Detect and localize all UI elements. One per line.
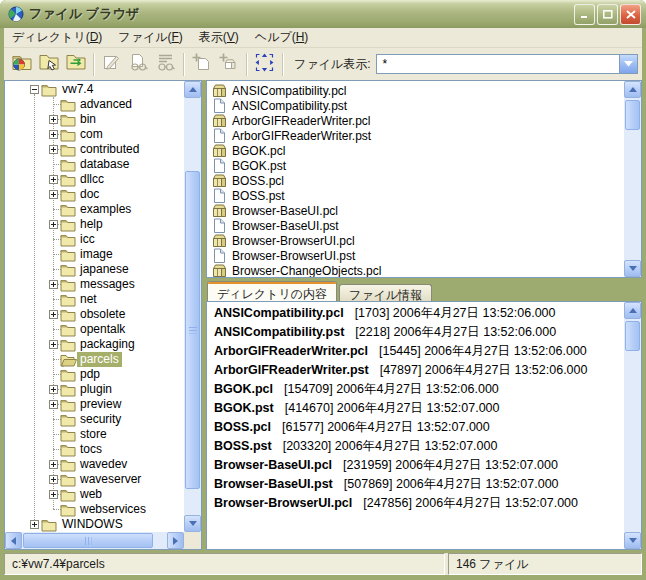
scroll-up-button[interactable] — [624, 81, 641, 98]
directory-entry[interactable]: Browser-BaseUI.pcl[231959] 2006年4月27日 13… — [214, 456, 622, 475]
tree-vertical-scrollbar[interactable] — [184, 81, 201, 532]
directory-entry[interactable]: ANSICompatibility.pcl[1703] 2006年4月27日 1… — [214, 304, 622, 323]
tree-item-contributed[interactable]: contributed — [5, 142, 184, 157]
tree-item-parcels[interactable]: parcels — [5, 352, 184, 367]
expand-plus-icon[interactable] — [49, 220, 58, 229]
directory-entry[interactable]: BOSS.pcl[61577] 2006年4月27日 13:52:07.000 — [214, 418, 622, 437]
menu-view[interactable]: 表示(V) — [191, 27, 247, 48]
file-row[interactable]: Browser-BrowserUI.pcl — [209, 233, 624, 248]
maximize-button[interactable] — [597, 4, 618, 25]
expand-plus-icon[interactable] — [49, 280, 58, 289]
details-scrollbar[interactable] — [624, 302, 641, 549]
tree-item-japanese[interactable]: japanese — [5, 262, 184, 277]
expand-plus-icon[interactable] — [49, 190, 58, 199]
scroll-down-button[interactable] — [624, 532, 641, 549]
menu-file[interactable]: ファイル(F) — [110, 27, 190, 48]
directory-entry[interactable]: ArborGIFReaderWriter.pst[47897] 2006年4月2… — [214, 361, 622, 380]
tree-item-bin[interactable]: bin — [5, 112, 184, 127]
file-row[interactable]: ANSICompatibility.pcl — [209, 83, 624, 98]
collapse-minus-icon[interactable] — [30, 85, 39, 94]
minimize-button[interactable] — [574, 4, 595, 25]
tree-item-waveserver[interactable]: waveserver — [5, 472, 184, 487]
tree-item-pdp[interactable]: pdp — [5, 367, 184, 382]
file-row[interactable]: BGOK.pcl — [209, 143, 624, 158]
tree-item-web[interactable]: web — [5, 487, 184, 502]
go-to-folder-button[interactable] — [35, 51, 62, 77]
file-filter-value[interactable]: * — [377, 57, 619, 71]
tree-item-obsolete[interactable]: obsolete — [5, 307, 184, 322]
tree-item-opentalk[interactable]: opentalk — [5, 322, 184, 337]
expand-plus-icon[interactable] — [49, 400, 58, 409]
tree-item-image[interactable]: image — [5, 247, 184, 262]
scrollbar-thumb[interactable] — [185, 171, 200, 489]
directory-entry[interactable]: BGOK.pst[414670] 2006年4月27日 13:52:07.000 — [214, 399, 622, 418]
expand-plus-icon[interactable] — [49, 340, 58, 349]
file-row[interactable]: BGOK.pst — [209, 158, 624, 173]
tab-directory-contents[interactable]: ディレクトリの内容 — [207, 281, 337, 301]
scroll-up-button[interactable] — [624, 302, 641, 319]
tree-item-windows[interactable]: WINDOWS — [5, 517, 184, 532]
file-row[interactable]: Browser-ChangeObjects.pcl — [209, 263, 624, 277]
tree-item-advanced[interactable]: advanced — [5, 97, 184, 112]
tab-file-info[interactable]: ファイル情報 — [339, 284, 432, 301]
expand-plus-icon[interactable] — [49, 385, 58, 394]
directory-entry[interactable]: ANSICompatibility.pst[2218] 2006年4月27日 1… — [214, 323, 622, 342]
tree-item-webservices[interactable]: webservices — [5, 502, 184, 517]
tree-item-database[interactable]: database — [5, 157, 184, 172]
file-row[interactable]: Browser-BrowserUI.pst — [209, 248, 624, 263]
scroll-up-button[interactable] — [184, 81, 201, 98]
file-row[interactable]: BOSS.pcl — [209, 173, 624, 188]
scrollbar-thumb[interactable] — [23, 533, 153, 548]
tree-item-packaging[interactable]: packaging — [5, 337, 184, 352]
expand-window-button[interactable] — [251, 51, 278, 77]
home-folder-button[interactable] — [8, 51, 35, 77]
tree-item-net[interactable]: net — [5, 292, 184, 307]
directory-entry[interactable]: BOSS.pst[203320] 2006年4月27日 13:52:07.000 — [214, 437, 622, 456]
expand-plus-icon[interactable] — [49, 175, 58, 184]
tree-item-doc[interactable]: doc — [5, 187, 184, 202]
scrollbar-thumb[interactable] — [625, 321, 640, 351]
tree-item-com[interactable]: com — [5, 127, 184, 142]
tree-item-dllcc[interactable]: dllcc — [5, 172, 184, 187]
directory-entry[interactable]: BGOK.pcl[154709] 2006年4月27日 13:52:06.000 — [214, 380, 622, 399]
scroll-down-button[interactable] — [624, 260, 641, 277]
refresh-folder-button[interactable] — [62, 51, 89, 77]
tree-item-store[interactable]: store — [5, 427, 184, 442]
scroll-down-button[interactable] — [184, 515, 201, 532]
file-row[interactable]: ANSICompatibility.pst — [209, 98, 624, 113]
tree-item-icc[interactable]: icc — [5, 232, 184, 247]
expand-plus-icon[interactable] — [30, 520, 39, 529]
directory-entry[interactable]: Browser-BaseUI.pst[507869] 2006年4月27日 13… — [214, 475, 622, 494]
scrollbar-thumb[interactable] — [625, 100, 640, 130]
expand-plus-icon[interactable] — [49, 130, 58, 139]
tree-item-vw7.4[interactable]: vw7.4 — [5, 82, 184, 97]
tree-item-tocs[interactable]: tocs — [5, 442, 184, 457]
close-button[interactable] — [620, 4, 641, 25]
scroll-left-button[interactable] — [5, 532, 22, 549]
tree-item-security[interactable]: security — [5, 412, 184, 427]
menu-help[interactable]: ヘルプ(H) — [247, 27, 317, 48]
file-row[interactable]: BOSS.pst — [209, 188, 624, 203]
file-row[interactable]: Browser-BaseUI.pst — [209, 218, 624, 233]
file-list-scrollbar[interactable] — [624, 81, 641, 277]
combo-dropdown-button[interactable] — [619, 55, 637, 73]
directory-entry[interactable]: ArborGIFReaderWriter.pcl[15445] 2006年4月2… — [214, 342, 622, 361]
tree-item-messages[interactable]: messages — [5, 277, 184, 292]
expand-plus-icon[interactable] — [49, 490, 58, 499]
file-row[interactable]: ArborGIFReaderWriter.pcl — [209, 113, 624, 128]
tree-horizontal-scrollbar[interactable] — [5, 532, 184, 549]
tree-item-wavedev[interactable]: wavedev — [5, 457, 184, 472]
expand-plus-icon[interactable] — [49, 460, 58, 469]
file-filter-combobox[interactable]: * — [376, 54, 638, 74]
expand-plus-icon[interactable] — [49, 475, 58, 484]
tree-item-plugin[interactable]: plugin — [5, 382, 184, 397]
file-row[interactable]: Browser-BaseUI.pcl — [209, 203, 624, 218]
scroll-right-button[interactable] — [167, 532, 184, 549]
expand-plus-icon[interactable] — [49, 115, 58, 124]
title-bar[interactable]: ファイル ブラウザ — [0, 0, 646, 28]
file-row[interactable]: ArborGIFReaderWriter.pst — [209, 128, 624, 143]
menu-directory[interactable]: ディレクトリ(D) — [4, 27, 110, 48]
tree-item-help[interactable]: help — [5, 217, 184, 232]
tree-item-examples[interactable]: examples — [5, 202, 184, 217]
directory-entry[interactable]: Browser-BrowserUI.pcl[247856] 2006年4月27日… — [214, 494, 622, 513]
